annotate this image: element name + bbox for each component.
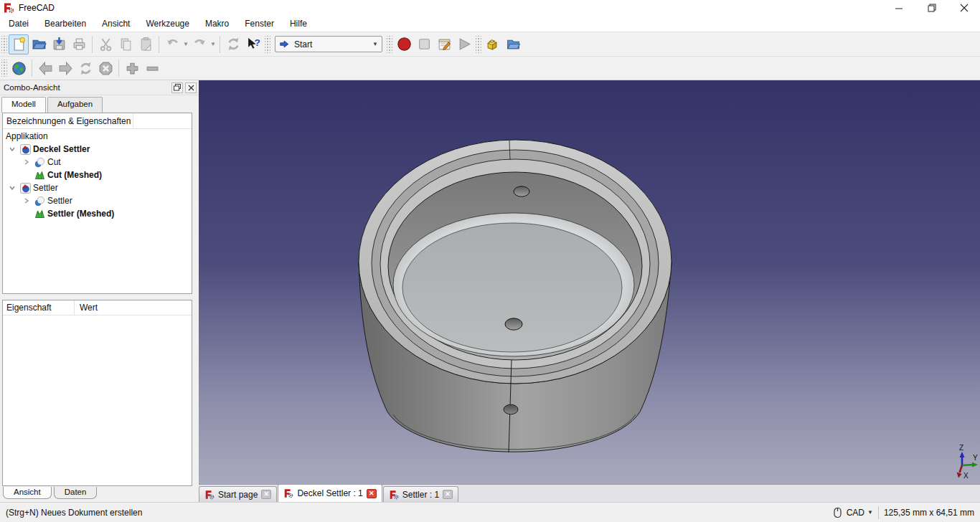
property-header-row: Eigenschaft Wert bbox=[3, 300, 192, 315]
menu-bearbeiten[interactable]: Bearbeiten bbox=[37, 16, 93, 31]
zoom-out-button[interactable] bbox=[142, 58, 162, 78]
tab-aufgaben[interactable]: Aufgaben bbox=[47, 97, 103, 113]
menu-makro[interactable]: Makro bbox=[198, 16, 236, 31]
combo-view-titlebar: Combo-Ansicht bbox=[0, 80, 199, 95]
macro-stop-button[interactable] bbox=[414, 34, 434, 54]
doc-tab-settler[interactable]: Settler : 1 ✕ bbox=[383, 486, 458, 502]
new-document-button[interactable] bbox=[9, 34, 29, 54]
web-stop-button[interactable] bbox=[95, 58, 116, 78]
doc-tab-start-page[interactable]: Start page ✕ bbox=[199, 486, 277, 502]
boolean-cut-icon bbox=[33, 196, 46, 207]
mouse-icon bbox=[834, 507, 842, 518]
model-hole-top bbox=[514, 186, 529, 196]
menu-werkzeuge[interactable]: Werkzeuge bbox=[138, 16, 196, 31]
copy-button[interactable] bbox=[116, 34, 136, 54]
doc-tab-deckel-settler[interactable]: Deckel Settler : 1 ✕ bbox=[278, 484, 382, 502]
help-cursor-icon: ? bbox=[246, 37, 261, 52]
close-button[interactable] bbox=[948, 0, 980, 16]
menu-hilfe[interactable]: Hilfe bbox=[283, 16, 314, 31]
undo-dropdown[interactable]: ▼ bbox=[182, 34, 189, 54]
axis-x-label: X bbox=[963, 472, 969, 480]
3d-viewport[interactable]: Z Y X bbox=[199, 80, 980, 484]
menu-ansicht[interactable]: Ansicht bbox=[95, 16, 137, 31]
macro-execute-button[interactable] bbox=[454, 34, 474, 54]
tree-item-settler-child[interactable]: Settler bbox=[3, 194, 192, 207]
tree-item-label: Settler (Meshed) bbox=[47, 209, 114, 219]
tab-modell[interactable]: Modell bbox=[1, 97, 46, 113]
toolbar-drag-handle[interactable] bbox=[265, 36, 270, 53]
tree-root-application[interactable]: Applikation bbox=[3, 129, 192, 143]
toolbar-drag-handle[interactable] bbox=[1, 36, 7, 53]
value-column-header[interactable]: Wert bbox=[75, 303, 98, 313]
restore-button[interactable] bbox=[915, 0, 948, 16]
refresh-button[interactable] bbox=[223, 34, 243, 54]
redo-dropdown[interactable]: ▼ bbox=[209, 34, 217, 54]
boolean-cut-icon bbox=[33, 157, 46, 168]
tree-item-deckel-settler[interactable]: Deckel Settler bbox=[3, 143, 192, 156]
toolbar-drag-handle[interactable] bbox=[1, 60, 7, 77]
menu-fenster[interactable]: Fenster bbox=[237, 16, 281, 31]
doc-tab-label: Deckel Settler : 1 bbox=[297, 488, 362, 498]
tree-item-label: Deckel Settler bbox=[33, 144, 90, 154]
close-tab-icon[interactable]: ✕ bbox=[443, 490, 453, 499]
tab-ansicht[interactable]: Ansicht bbox=[3, 487, 52, 499]
model-deckel-settler[interactable] bbox=[359, 140, 672, 452]
redo-icon bbox=[192, 37, 207, 52]
chevron-right-icon[interactable] bbox=[20, 196, 33, 205]
back-button[interactable] bbox=[35, 58, 55, 78]
workbench-selector[interactable]: Start ▼ bbox=[275, 36, 382, 52]
property-column-header[interactable]: Eigenschaft bbox=[3, 300, 75, 315]
zoom-in-button[interactable] bbox=[122, 58, 142, 78]
document-icon bbox=[19, 144, 32, 155]
close-panel-button[interactable] bbox=[185, 82, 197, 93]
model-hole-center bbox=[505, 318, 522, 330]
macro-record-button[interactable] bbox=[394, 34, 414, 54]
tree-item-settler-meshed[interactable]: Settler (Meshed) bbox=[3, 207, 192, 220]
forward-button[interactable] bbox=[55, 58, 75, 78]
tree-item-cut-meshed[interactable]: Cut (Meshed) bbox=[3, 169, 192, 181]
web-refresh-icon bbox=[78, 61, 93, 76]
toolbar-drag-handle[interactable] bbox=[387, 36, 392, 53]
cut-button[interactable] bbox=[95, 34, 116, 54]
close-tab-icon[interactable]: ✕ bbox=[261, 490, 271, 499]
part-workbench-button[interactable] bbox=[483, 34, 503, 54]
menu-datei[interactable]: Datei bbox=[1, 16, 36, 31]
freecad-doc-icon bbox=[283, 488, 293, 498]
globe-icon bbox=[11, 61, 27, 76]
toolbar-separator bbox=[159, 36, 159, 53]
open-website-button[interactable] bbox=[9, 58, 29, 78]
axis-z-label: Z bbox=[959, 444, 963, 452]
stop-icon bbox=[417, 37, 432, 52]
chevron-right-icon[interactable] bbox=[20, 158, 33, 166]
print-button[interactable] bbox=[69, 34, 89, 54]
open-document-button[interactable] bbox=[29, 34, 49, 54]
tree-item-cut[interactable]: Cut bbox=[3, 156, 192, 169]
redo-button[interactable] bbox=[189, 34, 209, 54]
chevron-down-icon[interactable] bbox=[6, 184, 19, 192]
doc-tab-label: Settler : 1 bbox=[402, 490, 439, 500]
paste-button[interactable] bbox=[136, 34, 156, 54]
plus-icon bbox=[125, 61, 140, 76]
group-button[interactable] bbox=[503, 34, 523, 54]
tab-daten[interactable]: Daten bbox=[54, 487, 98, 499]
play-icon bbox=[457, 37, 472, 52]
freecad-logo-icon bbox=[3, 2, 14, 14]
macro-edit-button[interactable] bbox=[434, 34, 454, 54]
web-refresh-button[interactable] bbox=[75, 58, 95, 78]
tree-item-label: Settler bbox=[33, 183, 58, 193]
undo-button[interactable] bbox=[162, 34, 182, 54]
whats-this-button[interactable]: ? bbox=[243, 34, 263, 54]
window-title: FreeCAD bbox=[19, 3, 55, 13]
save-document-button[interactable] bbox=[49, 34, 69, 54]
main-area: Combo-Ansicht Modell Aufgaben Bezeichnun… bbox=[0, 80, 980, 502]
tree-header-label[interactable]: Bezeichnungen & Eigenschaften bbox=[3, 113, 133, 128]
status-hint: (Strg+N) Neues Dokument erstellen bbox=[0, 508, 834, 518]
close-tab-icon[interactable]: ✕ bbox=[367, 489, 377, 498]
float-panel-button[interactable] bbox=[171, 82, 183, 93]
tree-item-label: Cut (Meshed) bbox=[47, 170, 102, 180]
chevron-down-icon[interactable] bbox=[6, 145, 19, 153]
tree-item-settler[interactable]: Settler bbox=[3, 181, 192, 194]
minimize-button[interactable] bbox=[883, 0, 915, 16]
navigation-style-dropdown[interactable]: CAD ▼ bbox=[847, 508, 873, 518]
toolbar-drag-handle[interactable] bbox=[476, 36, 481, 53]
